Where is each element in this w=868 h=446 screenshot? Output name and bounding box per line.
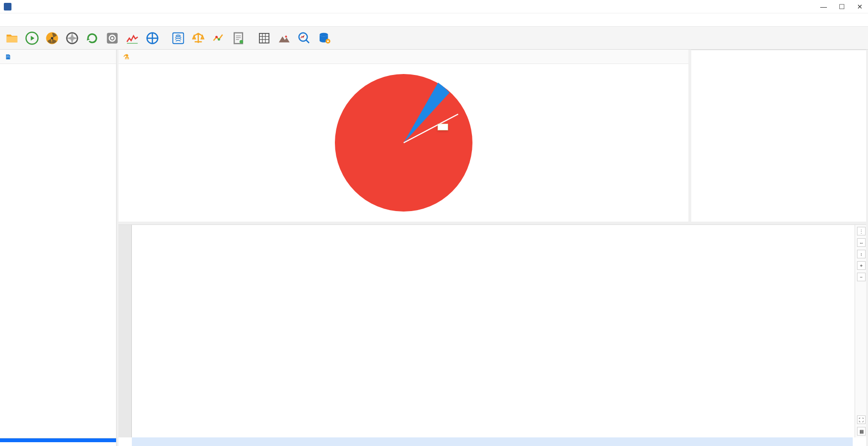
- app-icon: [4, 3, 11, 11]
- analysis-header: ⚗: [118, 50, 688, 64]
- fingerprint-button[interactable]: [169, 29, 187, 47]
- svg-point-17: [327, 40, 329, 42]
- zoom-in-icon[interactable]: +: [857, 261, 866, 270]
- database-button[interactable]: [315, 29, 333, 47]
- file-tree[interactable]: [0, 64, 116, 438]
- pie-chart-area: [118, 64, 688, 222]
- target-button[interactable]: [143, 29, 161, 47]
- menu-icon[interactable]: ⋮: [857, 227, 866, 235]
- analysis-panel: ⚗: [118, 50, 688, 222]
- spectrum-scrollbar[interactable]: [132, 437, 853, 446]
- svg-point-10: [218, 38, 220, 41]
- spectrum-panel: ⋮ ↔ ↕ + − ⛶ ▦: [118, 224, 866, 446]
- status-panel: [0, 438, 116, 446]
- zoom-out-icon[interactable]: −: [857, 273, 866, 281]
- search-chart-button[interactable]: [295, 29, 313, 47]
- pie-tooltip: [438, 124, 448, 130]
- menubar: [0, 13, 868, 27]
- trend-button[interactable]: [209, 29, 227, 47]
- balance-button[interactable]: [189, 29, 207, 47]
- radiation-button[interactable]: [43, 29, 61, 47]
- right-pane: ⚗: [117, 50, 868, 446]
- aperture-button[interactable]: [63, 29, 81, 47]
- flask-icon: ⚗: [123, 53, 129, 61]
- titlebar: — ☐ ✕: [0, 0, 868, 13]
- pie-chart: [332, 71, 475, 214]
- spectrum-left-rail[interactable]: [118, 225, 132, 437]
- report-button[interactable]: [229, 29, 247, 47]
- close-button[interactable]: ✕: [856, 2, 864, 11]
- file-panel-header: 🗎: [0, 50, 116, 64]
- table-icon[interactable]: ▦: [857, 427, 866, 435]
- status-header: [0, 438, 116, 442]
- maximize-button[interactable]: ☐: [837, 2, 846, 11]
- refresh-button[interactable]: [83, 29, 101, 47]
- mountain-button[interactable]: [275, 29, 293, 47]
- phase-panel: [691, 50, 866, 222]
- left-pane: 🗎: [0, 50, 117, 446]
- play-button[interactable]: [23, 29, 41, 47]
- settings-button[interactable]: [103, 29, 121, 47]
- document-icon: 🗎: [5, 53, 11, 61]
- phase-tabs: [691, 50, 866, 50]
- grid-button[interactable]: [255, 29, 273, 47]
- minimize-button[interactable]: —: [819, 2, 828, 11]
- spectrum-tools: ⋮ ↔ ↕ + − ⛶ ▦: [855, 225, 866, 437]
- spectrum-chart[interactable]: [132, 225, 855, 437]
- svg-point-6: [111, 37, 114, 39]
- peaks-button[interactable]: [123, 29, 141, 47]
- open-file-button[interactable]: [3, 29, 21, 47]
- toolbar: [0, 27, 868, 50]
- expand-v-icon[interactable]: ↕: [857, 250, 866, 258]
- fullscreen-icon[interactable]: ⛶: [857, 415, 866, 424]
- svg-point-12: [240, 40, 244, 43]
- svg-point-9: [215, 36, 218, 38]
- svg-rect-13: [259, 33, 269, 43]
- svg-point-15: [320, 32, 328, 36]
- expand-h-icon[interactable]: ↔: [857, 238, 866, 247]
